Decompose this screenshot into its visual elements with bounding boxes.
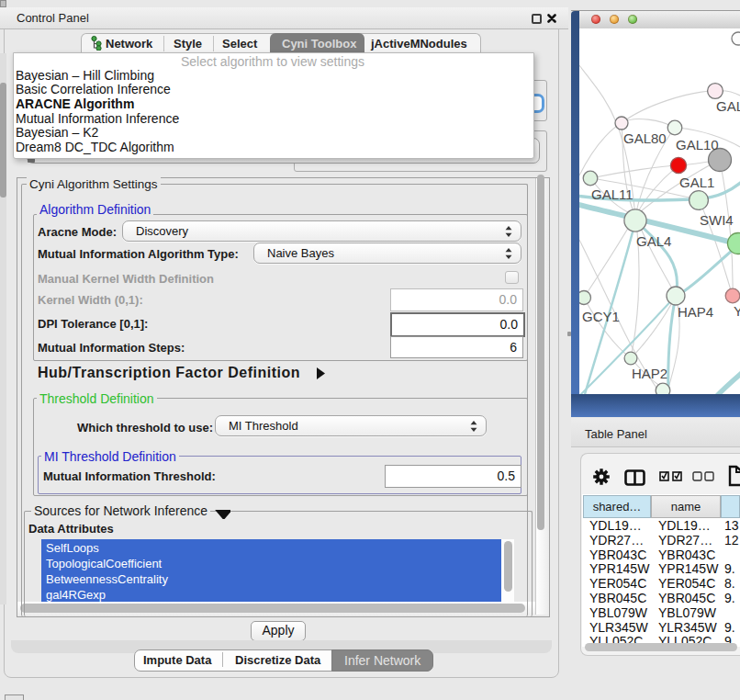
svg-text:GAL4: GAL4 — [636, 233, 671, 249]
svg-text:GAL10: GAL10 — [676, 137, 719, 152]
svg-text:Y: Y — [734, 303, 740, 319]
svg-text:GCY1: GCY1 — [582, 309, 620, 324]
svg-text:GAL11: GAL11 — [591, 186, 633, 202]
svg-text:SWI4: SWI4 — [700, 212, 734, 228]
svg-text:HAP2: HAP2 — [632, 366, 667, 381]
svg-text:GAL80: GAL80 — [623, 130, 667, 146]
svg-text:GAL: GAL — [716, 98, 740, 114]
svg-text:HAP4: HAP4 — [678, 304, 713, 320]
svg-text:GAL1: GAL1 — [679, 175, 714, 190]
